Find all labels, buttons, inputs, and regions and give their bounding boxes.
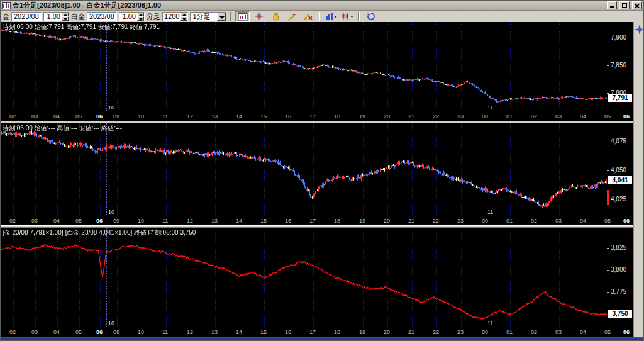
price-tick-mark: [607, 65, 609, 66]
chart-type-menu-button[interactable]: [340, 11, 355, 22]
time-tick-label: 10: [138, 113, 144, 120]
time-tick-label: 22: [433, 329, 439, 335]
refresh-icon: [366, 12, 376, 21]
platinum-time-axis[interactable]: 0203040506091011121314151617181920212223…: [1, 216, 633, 225]
time-tick-label: 09: [113, 113, 119, 120]
bar-type-label: 分足: [147, 12, 160, 21]
platinum-price-axis[interactable]: 4,0754,0504,0254,041: [607, 123, 633, 216]
platinum-label: 白金: [71, 12, 85, 21]
window-title: 金1分足[2023/08]1.00 - 白金1分足[2023/08]1.00: [13, 1, 604, 10]
time-tick-label: 22: [433, 218, 439, 224]
crosshair-icon: [254, 12, 264, 21]
flash-icon: [635, 25, 644, 34]
refresh-button[interactable]: [364, 11, 378, 22]
right-sidebar: [633, 22, 643, 337]
spread-time-axis[interactable]: 0203040506091011121314151617181920212223…: [1, 328, 633, 337]
time-tick-label: 03: [31, 329, 38, 335]
date-marker-label: 10: [108, 209, 114, 215]
gold-time-axis[interactable]: 0203040506091011121314151617181920212223…: [1, 112, 633, 121]
gold-month-field[interactable]: 2023/08: [11, 12, 42, 21]
time-tick-label: 03: [31, 218, 38, 224]
time-tick-label: 01: [506, 218, 513, 224]
time-tick-label: 23: [457, 329, 464, 335]
platinum-ratio-spinner[interactable]: 1.00: [119, 12, 145, 21]
gold-ratio-spinner[interactable]: 1.00: [43, 12, 69, 21]
spinner-arrows-icon[interactable]: [137, 13, 144, 21]
maximize-icon: [622, 3, 627, 8]
time-tick-label: 04: [53, 218, 60, 224]
minimize-icon: [610, 6, 614, 8]
gold-chart-canvas[interactable]: [1, 22, 607, 112]
horizontal-scrollbar[interactable]: [1, 337, 644, 341]
flash-button[interactable]: [634, 24, 644, 35]
price-tick-label: 7,850: [611, 62, 626, 69]
draw-line-button[interactable]: [284, 11, 299, 22]
time-tick-label: 12: [187, 218, 193, 224]
delete-drawing-button[interactable]: [301, 11, 315, 22]
time-tick-label: 18: [334, 329, 340, 335]
time-tick-label: 17: [309, 113, 316, 120]
pencil-icon: [287, 12, 297, 21]
spread-chart-panel: [金 23/08 7,791×1.00]-[白金 23/08 4,041×1.0…: [1, 228, 633, 337]
bar-chart-icon: [325, 12, 338, 21]
chart-window-icon: [238, 12, 248, 21]
spread-price-axis[interactable]: 3,8253,8003,7753,750: [607, 228, 633, 328]
price-tick-label: 4,025: [611, 196, 626, 203]
platinum-chart-panel: 時刻:06:00 始値:--- 高値:--- 安値:--- 終値:--- 4,0…: [1, 123, 633, 225]
timeframe-value: 1分足: [191, 13, 217, 21]
close-button[interactable]: [632, 1, 642, 9]
time-tick-label: 13: [211, 218, 218, 224]
chevron-down-icon[interactable]: [217, 13, 226, 21]
chart-window-button[interactable]: [235, 11, 250, 22]
spread-chart-canvas[interactable]: [1, 228, 607, 328]
price-tick-label: 4,050: [611, 167, 626, 174]
time-tick-label: 19: [359, 113, 365, 120]
time-tick-label: 11: [162, 329, 168, 335]
time-tick-label: 05: [604, 218, 611, 224]
toolbar: 金 2023/08 1.00 白金 2023/08 1.00 分足 1200 1…: [1, 11, 643, 22]
platinum-ratio-value: 1.00: [119, 13, 137, 21]
spinner-arrows-icon[interactable]: [180, 13, 187, 21]
platinum-info-line: 時刻:06:00 始値:--- 高値:--- 安値:--- 終値:---: [3, 124, 122, 133]
time-tick-label: 15: [260, 329, 267, 335]
price-tick-label: 3,775: [611, 288, 626, 295]
time-tick-label: 17: [309, 329, 316, 335]
time-tick-label: 14: [236, 329, 242, 335]
last-price-box: 4,041: [608, 176, 632, 184]
time-tick-label: 05: [75, 218, 82, 224]
bar-count-spinner[interactable]: 1200: [162, 12, 188, 21]
time-tick-label: 05: [75, 329, 82, 335]
price-tick-label: 4,075: [611, 138, 626, 145]
platinum-chart-canvas[interactable]: [1, 123, 607, 216]
time-tick-label: 16: [285, 113, 291, 120]
time-tick-label: 06: [623, 329, 630, 335]
timeframe-select[interactable]: 1分足: [190, 12, 226, 21]
time-tick-label: 20: [384, 218, 390, 224]
time-tick-label: 06: [96, 113, 103, 120]
time-tick-label: 03: [31, 113, 38, 120]
time-tick-label: 16: [285, 218, 291, 224]
chart-stack: 時刻:06:00 始値:7,791 高値:7,791 安値:7,791 終値:7…: [1, 22, 633, 337]
spread-info-line: [金 23/08 7,791×1.00]-[白金 23/08 4,041×1.0…: [3, 228, 196, 237]
minimize-button[interactable]: [607, 1, 617, 9]
crosshair-button[interactable]: [252, 11, 266, 22]
platinum-month-field[interactable]: 2023/08: [87, 12, 117, 21]
time-tick-label: 12: [187, 329, 193, 335]
time-tick-label: 02: [9, 113, 16, 120]
indicator-menu-button[interactable]: [324, 11, 338, 22]
hand-tool-button[interactable]: [268, 11, 282, 22]
price-tick-mark: [607, 270, 609, 271]
time-tick-label: 20: [384, 329, 390, 335]
time-tick-label: 05: [75, 113, 82, 120]
time-tick-label: 04: [580, 218, 586, 224]
time-tick-label: 10: [138, 218, 144, 224]
current-range-mark: [607, 190, 609, 205]
maximize-button[interactable]: [619, 1, 630, 9]
toolbar-separator: [319, 12, 320, 21]
time-tick-label: 00: [482, 218, 488, 224]
gold-ratio-value: 1.00: [44, 13, 62, 21]
spinner-arrows-icon[interactable]: [62, 13, 69, 21]
gold-price-axis[interactable]: 7,9007,8507,8007,791: [607, 22, 633, 112]
time-tick-label: 15: [260, 218, 267, 224]
time-tick-label: 02: [9, 329, 16, 335]
